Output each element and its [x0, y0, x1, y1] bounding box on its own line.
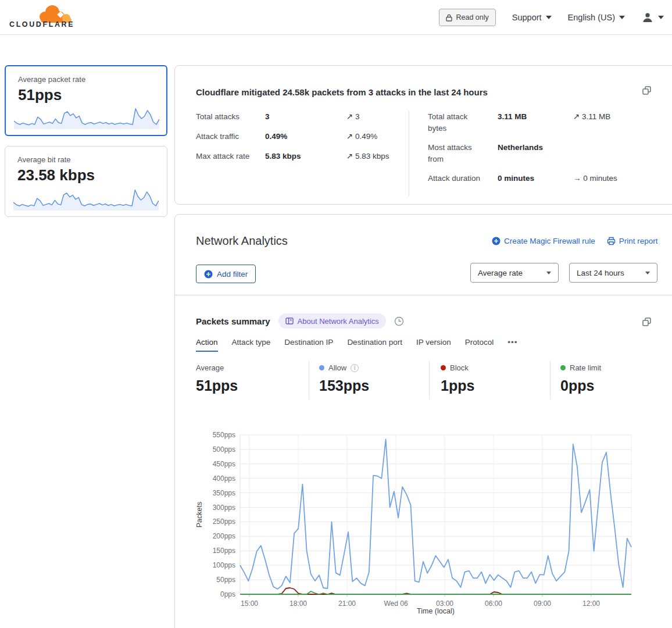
create-magic-firewall-rule-link[interactable]: Create Magic Firewall rule	[492, 237, 595, 245]
stat-value: 3	[265, 111, 346, 123]
stat-allow: Allow i 153pps	[319, 363, 369, 394]
stat-delta: ↗ 0.49%	[346, 131, 405, 142]
svg-text:450pps: 450pps	[213, 460, 235, 468]
metric-label: Average packet rate	[18, 75, 85, 84]
block-series-dot	[441, 365, 446, 370]
svg-text:Packets: Packets	[195, 502, 203, 527]
cloudflare-logo[interactable]: CLOUDFLARE	[9, 3, 77, 32]
tab-action[interactable]: Action	[196, 338, 218, 352]
stat-label: Attack duration	[428, 173, 486, 184]
chevron-down-icon	[546, 272, 551, 274]
metric-value: 51pps	[18, 86, 62, 104]
metric-label: Average bit rate	[17, 155, 71, 164]
stat-row: Total attacks 3 ↗ 3	[196, 111, 405, 130]
print-report-link[interactable]: Print report	[607, 237, 658, 245]
expand-icon[interactable]	[642, 85, 652, 96]
svg-text:400pps: 400pps	[213, 474, 235, 483]
svg-text:18:00: 18:00	[289, 600, 307, 608]
svg-text:Time (local): Time (local)	[417, 607, 455, 615]
metric-card-packet-rate[interactable]: Average packet rate 51pps	[5, 65, 167, 136]
svg-text:100pps: 100pps	[213, 561, 235, 569]
vertical-divider	[550, 361, 551, 399]
expand-icon[interactable]	[642, 317, 652, 327]
section-divider	[175, 295, 672, 295]
stat-value: 0 minutes	[498, 173, 573, 184]
support-menu[interactable]: Support	[512, 13, 552, 22]
tab-ip-version[interactable]: IP version	[416, 338, 451, 352]
metric-select[interactable]: Average rate	[470, 263, 559, 283]
lock-icon	[446, 14, 452, 22]
stat-label: Rate limit	[570, 363, 601, 372]
network-analytics-card: Network Analytics Create Magic Firewall …	[174, 214, 672, 628]
support-label: Support	[512, 13, 542, 22]
stat-delta: ↗ 3.11 MB	[573, 111, 660, 123]
allow-series-dot	[319, 365, 324, 370]
badge-label: About Network Analytics	[298, 317, 379, 326]
stat-value: 5.83 kbps	[265, 151, 346, 162]
about-network-analytics-badge[interactable]: About Network Analytics	[278, 313, 386, 329]
info-icon[interactable]: i	[351, 364, 359, 372]
metric-card-bit-rate[interactable]: Average bit rate 23.58 kbps	[5, 146, 167, 217]
user-icon	[641, 11, 654, 24]
language-label: English (US)	[568, 13, 615, 22]
stat-label: Total attacks	[196, 111, 265, 123]
time-range-select[interactable]: Last 24 hours	[569, 263, 657, 283]
vertical-divider	[429, 361, 430, 399]
packets-time-series-chart: 0pps50pps100pps150pps200pps250pps300pps3…	[192, 430, 669, 622]
section-title: Network Analytics	[196, 234, 288, 248]
svg-text:03:00: 03:00	[436, 600, 453, 608]
time-range-value: Last 24 hours	[577, 269, 624, 277]
tabs-overflow-button[interactable]: •••	[507, 338, 517, 352]
chevron-down-icon	[645, 272, 650, 274]
stat-row: Most attacks from Netherlands	[428, 142, 660, 165]
clock-icon[interactable]	[394, 316, 404, 326]
chevron-down-icon	[546, 16, 552, 19]
svg-text:09:00: 09:00	[534, 600, 551, 608]
tab-destination-ip[interactable]: Destination IP	[284, 338, 333, 352]
top-bar: CLOUDFLARE Read only Support English (US…	[0, 0, 672, 35]
tab-destination-port[interactable]: Destination port	[347, 338, 402, 352]
add-filter-button[interactable]: Add filter	[196, 265, 256, 283]
stat-value: 0pps	[560, 377, 601, 394]
summary-right-stats: Total attack bytes 3.11 MB ↗ 3.11 MB Mos…	[428, 111, 660, 192]
svg-text:500pps: 500pps	[213, 445, 235, 454]
packet-rate-sparkline	[14, 104, 159, 130]
stat-delta: ↗ 3	[346, 111, 405, 123]
bit-rate-sparkline	[13, 185, 159, 212]
account-menu[interactable]	[641, 11, 664, 24]
rate-limit-series-dot	[560, 365, 566, 370]
svg-text:Wed 06: Wed 06	[384, 600, 408, 608]
plus-circle-icon	[492, 237, 501, 245]
read-only-label: Read only	[456, 13, 489, 22]
stat-value: Netherlands	[498, 142, 573, 154]
stat-average: Average 51pps	[196, 363, 238, 394]
brand-wordmark: CLOUDFLARE	[9, 20, 74, 28]
chevron-down-icon	[619, 16, 625, 19]
top-navigation: Read only Support English (US)	[439, 0, 664, 35]
stat-row: Total attack bytes 3.11 MB ↗ 3.11 MB	[428, 111, 660, 134]
stat-row: Attack duration 0 minutes → 0 minutes	[428, 173, 660, 184]
svg-text:12:00: 12:00	[582, 600, 600, 608]
packets-summary-header: Packets summary About Network Analytics	[196, 313, 404, 329]
vertical-divider	[409, 111, 409, 196]
svg-text:0pps: 0pps	[220, 590, 235, 598]
stat-delta: ↗ 5.83 kbps	[346, 151, 405, 162]
printer-icon	[607, 237, 616, 245]
svg-text:550pps: 550pps	[213, 431, 235, 439]
packets-summary-title: Packets summary	[196, 316, 270, 326]
tab-protocol[interactable]: Protocol	[465, 338, 494, 352]
stat-value: 1pps	[441, 377, 474, 394]
stat-block: Block 1pps	[441, 363, 474, 394]
stat-value: 153pps	[319, 377, 369, 394]
plus-circle-icon	[204, 270, 213, 279]
legend-stats-row: Average 51pps Allow i 153pps Block 1pps	[175, 361, 672, 402]
tab-attack-type[interactable]: Attack type	[232, 338, 271, 352]
svg-text:300pps: 300pps	[213, 504, 235, 512]
stat-label: Max attack rate	[196, 151, 265, 162]
read-only-badge: Read only	[439, 9, 496, 26]
stat-label: Average	[196, 363, 224, 372]
summary-left-stats: Total attacks 3 ↗ 3 Attack traffic 0.49%…	[196, 111, 405, 170]
vertical-divider	[309, 361, 309, 399]
language-menu[interactable]: English (US)	[568, 13, 625, 22]
stat-row: Max attack rate 5.83 kbps ↗ 5.83 kbps	[196, 151, 405, 169]
